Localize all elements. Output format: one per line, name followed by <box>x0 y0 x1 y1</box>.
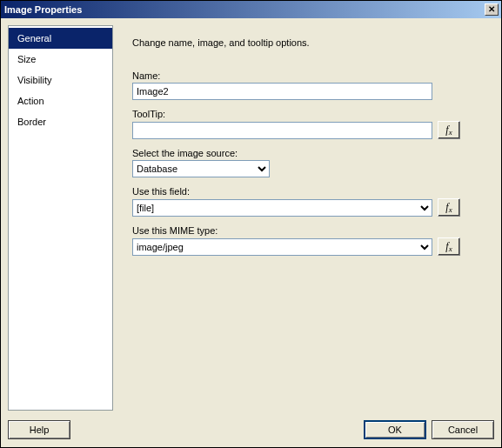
field-label: Use this field: <box>132 186 485 197</box>
ok-button[interactable]: OK <box>364 420 426 439</box>
dialog-window: Image Properties ✕ General Size Visibili… <box>0 0 502 448</box>
mime-label: Use this MIME type: <box>132 225 485 236</box>
sidebar-item-border[interactable]: Border <box>9 111 112 132</box>
sidebar-item-general[interactable]: General <box>9 28 112 49</box>
tooltip-expression-button[interactable]: fx <box>438 121 460 139</box>
window-title: Image Properties <box>4 4 485 15</box>
sidebar-item-label: General <box>17 33 51 43</box>
sidebar-item-label: Size <box>17 54 36 64</box>
mime-select[interactable]: image/jpeg <box>132 238 432 256</box>
sidebar-item-label: Border <box>17 117 46 127</box>
page-heading: Change name, image, and tooltip options. <box>132 37 485 48</box>
field-expression-button[interactable]: fx <box>438 198 460 217</box>
mime-expression-button[interactable]: fx <box>438 237 460 256</box>
titlebar: Image Properties ✕ <box>1 1 501 18</box>
name-label: Name: <box>132 70 485 81</box>
footer: Help OK Cancel <box>8 411 494 442</box>
sidebar-item-label: Visibility <box>17 75 52 85</box>
cancel-button[interactable]: Cancel <box>432 420 494 439</box>
dialog-body: General Size Visibility Action Border Ch… <box>1 18 501 447</box>
tooltip-input[interactable] <box>132 122 432 139</box>
source-select[interactable]: Database <box>132 160 270 177</box>
close-button[interactable]: ✕ <box>485 3 499 16</box>
sidebar-item-visibility[interactable]: Visibility <box>9 70 112 90</box>
fx-icon: fx <box>445 240 452 253</box>
field-select[interactable]: [file] <box>132 199 432 217</box>
sidebar-item-size[interactable]: Size <box>9 49 112 70</box>
fx-icon: fx <box>445 201 452 214</box>
main-area: General Size Visibility Action Border Ch… <box>8 25 494 411</box>
tooltip-label: ToolTip: <box>132 109 485 119</box>
sidebar-item-action[interactable]: Action <box>9 90 112 111</box>
source-label: Select the image source: <box>132 148 485 158</box>
help-button[interactable]: Help <box>8 420 70 439</box>
sidebar-item-label: Action <box>17 96 44 106</box>
sidebar: General Size Visibility Action Border <box>8 25 113 411</box>
fx-icon: fx <box>445 124 452 137</box>
name-input[interactable] <box>132 83 432 100</box>
content-pane: Change name, image, and tooltip options.… <box>113 25 494 411</box>
